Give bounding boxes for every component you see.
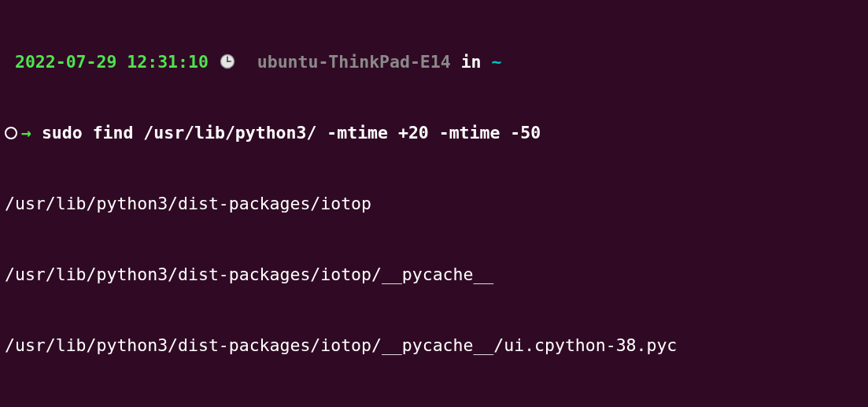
clock-icon [220,52,235,76]
prompt-line[interactable]: → sudo find /usr/lib/python3/ -mtime +20… [5,121,863,145]
in-label: in [461,52,482,72]
cwd: ~ [492,52,502,72]
prompt-circle-icon [5,127,17,139]
output-line: /usr/lib/python3/dist-packages/iotop/__p… [5,334,863,357]
command-text: sudo find /usr/lib/python3/ -mtime +20 -… [42,123,541,142]
output-line: /usr/lib/python3/dist-packages/iotop/__p… [5,263,863,287]
terminal[interactable]: 2022-07-29 12:31:10 ubuntu-ThinkPad-E14 … [0,0,868,407]
status-line: 2022-07-29 12:31:10 ubuntu-ThinkPad-E14 … [5,50,863,74]
prompt-arrow-icon: → [21,123,31,142]
timestamp: 2022-07-29 12:31:10 [15,52,209,72]
output-line: /usr/lib/python3/dist-packages/iotop [5,192,863,216]
hostname: ubuntu-ThinkPad-E14 [257,52,451,72]
